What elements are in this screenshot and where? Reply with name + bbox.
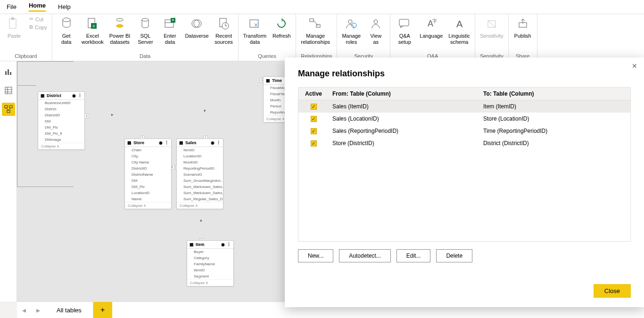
manage-roles-button[interactable]: Manage roles xyxy=(342,16,361,45)
checkbox[interactable]: ✓ xyxy=(311,104,317,110)
field-row[interactable]: MonthID xyxy=(177,159,223,165)
more-icon[interactable]: ⋮ xyxy=(78,93,82,98)
enter-data-button[interactable]: +Enter data xyxy=(160,16,179,45)
refresh-button[interactable]: Refresh xyxy=(272,16,291,39)
more-icon[interactable]: ⋮ xyxy=(216,140,221,145)
excel-button[interactable]: XExcel workbook xyxy=(82,16,104,45)
field-row[interactable]: Sum_Regular_Sales_D... xyxy=(177,196,223,202)
table-item[interactable]: ▦Item◉⋮ BuyerCategoryFamilyNameItemIDSeg… xyxy=(187,240,234,286)
ribbon: Paste ✂Cut ⧉Copy Clipboard Get data XExc… xyxy=(0,14,644,61)
relationship-row[interactable]: ✓Sales (ItemID)Item (ItemID) xyxy=(298,100,630,113)
field-row[interactable]: Category xyxy=(187,255,233,261)
field-row[interactable]: DM xyxy=(38,118,84,124)
transform-data-button[interactable]: Transform data xyxy=(243,16,267,45)
eye-icon[interactable]: ◉ xyxy=(72,93,76,98)
field-row[interactable]: DM_Pic xyxy=(38,124,84,130)
svg-text:+: + xyxy=(172,18,174,23)
field-row[interactable]: DistrictID xyxy=(125,165,171,171)
eye-icon[interactable]: ◉ xyxy=(221,242,225,247)
report-view-button[interactable] xyxy=(2,65,15,78)
svg-point-2 xyxy=(63,18,70,22)
data-view-button[interactable] xyxy=(2,84,15,97)
edit-button[interactable]: Edit... xyxy=(396,249,431,262)
ribbon-group-relationships: Manage relationships Relationships xyxy=(296,14,337,61)
autodetect-button[interactable]: Autodetect... xyxy=(339,249,390,262)
transform-icon xyxy=(247,16,262,31)
table-district[interactable]: ▦District◉⋮ BusinessUnitIDDistrictDistri… xyxy=(38,91,85,150)
svg-rect-20 xyxy=(310,19,314,22)
field-row[interactable]: City xyxy=(125,153,171,159)
paste-button[interactable]: Paste xyxy=(5,16,24,39)
more-icon[interactable]: ⋮ xyxy=(165,140,169,145)
field-row[interactable]: Buyer xyxy=(187,249,233,255)
field-row[interactable]: ItemID xyxy=(187,267,233,273)
pbi-datasets-button[interactable]: Power BI datasets xyxy=(109,16,131,45)
tab-next[interactable]: ▸ xyxy=(31,306,45,315)
publish-button[interactable]: Publish xyxy=(513,16,532,39)
table-sales[interactable]: ▦Sales◉⋮ ItemIDLocationIDMonthIDReportin… xyxy=(176,139,223,209)
delete-button[interactable]: Delete xyxy=(436,249,472,262)
relationship-row[interactable]: ✓Sales (ReportingPeriodID)Time (Reportin… xyxy=(298,125,630,137)
field-row[interactable]: DM_Pic_fl xyxy=(38,130,84,137)
dataverse-button[interactable]: Dataverse xyxy=(185,16,208,39)
recent-sources-button[interactable]: Recent sources xyxy=(215,16,233,45)
menu-home[interactable]: Home xyxy=(29,2,46,12)
tab-prev[interactable]: ◂ xyxy=(17,306,31,315)
tab-add[interactable]: + xyxy=(93,302,112,318)
language-button[interactable]: A字Language xyxy=(420,16,443,39)
field-row[interactable]: ItemID xyxy=(177,147,223,153)
qa-setup-button[interactable]: Q&A setup xyxy=(395,16,414,45)
checkbox[interactable]: ✓ xyxy=(311,116,317,122)
field-row[interactable]: BusinessUnitID xyxy=(38,100,84,106)
relationships-icon xyxy=(308,16,323,31)
field-row[interactable]: Segment xyxy=(187,273,233,279)
close-icon[interactable]: ✕ xyxy=(632,62,637,70)
manage-relationships-dialog: ✕ Manage relationships Active From: Tabl… xyxy=(285,57,644,307)
field-row[interactable]: ReportingPeriodID xyxy=(177,165,223,171)
field-row[interactable]: DM xyxy=(125,178,171,184)
field-row[interactable]: Sum_Markdown_Sales... xyxy=(177,190,223,196)
sensitivity-button[interactable]: Sensitivity xyxy=(480,16,504,39)
manage-relationships-button[interactable]: Manage relationships xyxy=(301,16,330,45)
get-data-button[interactable]: Get data xyxy=(57,16,76,45)
field-row[interactable]: DM_Pic xyxy=(125,184,171,190)
eye-icon[interactable]: ◉ xyxy=(159,140,163,145)
report-icon xyxy=(4,67,13,76)
svg-line-44 xyxy=(8,108,11,110)
field-row[interactable]: ScenarioID xyxy=(177,171,223,178)
col-from: From: Table (Column) xyxy=(329,88,479,100)
sql-button[interactable]: SQL Server xyxy=(136,16,155,45)
field-row[interactable]: Chain xyxy=(125,147,171,153)
cut-button[interactable]: ✂Cut xyxy=(29,16,47,22)
field-row[interactable]: City Name xyxy=(125,159,171,165)
close-button[interactable]: Close xyxy=(594,284,631,298)
refresh-icon xyxy=(274,16,289,31)
field-row[interactable]: LocationID xyxy=(125,190,171,196)
table-store[interactable]: ▦Store◉⋮ ChainCityCity NameDistrictIDDis… xyxy=(124,139,172,209)
svg-rect-42 xyxy=(7,110,10,113)
relationship-row[interactable]: ✓Sales (LocationID)Store (LocationID) xyxy=(298,113,630,125)
new-button[interactable]: New... xyxy=(298,249,333,262)
linguistic-schema-button[interactable]: ALinguistic schema xyxy=(448,16,470,45)
field-row[interactable]: FamilyName xyxy=(187,261,233,267)
field-row[interactable]: Sum_GrossMarginAm... xyxy=(177,178,223,184)
field-row[interactable]: District xyxy=(38,106,84,112)
more-icon[interactable]: ⋮ xyxy=(227,242,231,247)
field-row[interactable]: Name xyxy=(125,196,171,202)
menu-help[interactable]: Help xyxy=(58,3,71,10)
field-row[interactable]: DistrictName xyxy=(125,171,171,178)
field-row[interactable]: DistrictID xyxy=(38,112,84,118)
eye-icon[interactable]: ◉ xyxy=(211,140,215,145)
tab-all-tables[interactable]: All tables xyxy=(45,302,93,318)
checkbox[interactable]: ✓ xyxy=(311,128,317,134)
field-row[interactable]: LocationID xyxy=(177,153,223,159)
field-row[interactable]: Sum_Markdown_Sales... xyxy=(177,184,223,190)
field-row[interactable]: DMImage xyxy=(38,137,84,143)
table-icon: ▦ xyxy=(266,78,270,83)
checkbox[interactable]: ✓ xyxy=(311,140,317,147)
view-as-button[interactable]: View as xyxy=(366,16,385,45)
model-view-button[interactable] xyxy=(2,103,15,116)
menu-file[interactable]: File xyxy=(7,3,17,10)
copy-button[interactable]: ⧉Copy xyxy=(29,24,47,30)
relationship-row[interactable]: ✓Store (DistrictID)District (DistrictID) xyxy=(298,137,630,149)
